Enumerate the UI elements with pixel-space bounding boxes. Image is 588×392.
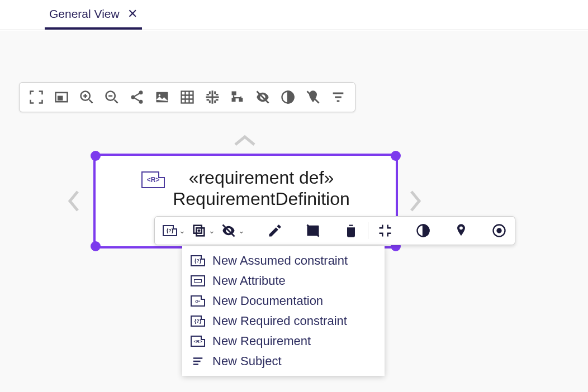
new-child-button[interactable]: {?} ⌄: [163, 225, 186, 236]
menu-item-new-subject[interactable]: New Subject: [182, 351, 385, 371]
documentation-icon: d≡: [190, 295, 206, 307]
svg-point-19: [497, 229, 501, 233]
contrast-button[interactable]: [415, 223, 431, 238]
new-child-icon: {?}: [163, 225, 177, 236]
svg-point-8: [159, 94, 161, 97]
svg-rect-14: [196, 228, 204, 236]
svg-rect-15: [194, 226, 202, 233]
fit-selection-icon[interactable]: [53, 88, 70, 106]
chevron-down-icon: ⌄: [238, 226, 245, 235]
image-off-icon: [305, 223, 321, 238]
arrange-icon[interactable]: [229, 88, 246, 106]
pin-button[interactable]: [453, 223, 469, 238]
chevron-down-icon: ⌄: [179, 226, 186, 235]
svg-rect-9: [182, 92, 193, 103]
subject-icon: [190, 355, 206, 367]
resize-handle-tl[interactable]: [91, 151, 101, 161]
menu-label: New Subject: [212, 354, 282, 369]
filter-icon[interactable]: [329, 88, 347, 106]
snap-icon[interactable]: [203, 88, 221, 106]
edit-icon: [267, 223, 283, 238]
close-icon[interactable]: ✕: [127, 8, 137, 20]
requirement-icon: <R>: [141, 171, 165, 188]
delete-icon: [343, 223, 359, 238]
svg-point-6: [139, 100, 143, 104]
node-label: «requirement def» RequirementDefinition: [173, 167, 350, 210]
contrast-icon: [415, 223, 431, 238]
delete-button[interactable]: [343, 223, 359, 238]
collapse-button[interactable]: [377, 223, 393, 238]
visibility-off-icon[interactable]: [254, 88, 272, 106]
menu-label: New Required constraint: [212, 314, 347, 328]
menu-item-new-documentation[interactable]: d≡ New Documentation: [182, 291, 385, 311]
image-off-button[interactable]: [305, 223, 321, 238]
zoom-out-icon[interactable]: [103, 88, 121, 106]
tab-label: General View: [49, 7, 120, 21]
svg-point-5: [131, 95, 135, 99]
tab-bar: General View ✕: [0, 0, 588, 30]
pin-off-icon[interactable]: [304, 88, 322, 106]
context-toolbar: {?} ⌄ ⌄ ⌄: [154, 216, 515, 245]
resize-handle-tr[interactable]: [391, 151, 401, 161]
image-icon[interactable]: [153, 88, 171, 106]
chevron-right-icon[interactable]: [407, 187, 424, 219]
menu-label: New Documentation: [212, 294, 323, 308]
target-button[interactable]: [491, 223, 507, 238]
svg-rect-1: [58, 97, 62, 100]
attribute-icon: [190, 275, 206, 287]
copy-button[interactable]: ⌄: [191, 223, 215, 238]
share-icon[interactable]: [128, 88, 146, 106]
menu-label: New Attribute: [212, 274, 286, 288]
collapse-icon: [377, 223, 393, 238]
menu-label: New Requirement: [212, 334, 311, 348]
menu-item-new-attribute[interactable]: New Attribute: [182, 271, 385, 291]
zoom-in-icon[interactable]: [78, 88, 96, 106]
new-child-dropdown: {?} New Assumed constraint New Attribute…: [182, 246, 385, 376]
constraint-icon: {?}: [190, 315, 206, 327]
edit-button[interactable]: [267, 223, 283, 238]
svg-point-4: [139, 90, 143, 94]
fit-all-icon[interactable]: [27, 88, 45, 106]
menu-label: New Assumed constraint: [212, 254, 348, 268]
menu-item-new-required-constraint[interactable]: {?} New Required constraint: [182, 311, 385, 331]
menu-item-new-requirement[interactable]: <R> New Requirement: [182, 331, 385, 351]
grid-icon[interactable]: [178, 88, 196, 106]
hide-icon: [221, 223, 236, 238]
main-toolbar: [19, 82, 355, 112]
requirement-icon: <R>: [190, 335, 206, 347]
target-icon: [491, 223, 507, 238]
constraint-icon: {?}: [190, 255, 206, 267]
menu-item-new-assumed-constraint[interactable]: {?} New Assumed constraint: [182, 251, 385, 271]
hide-button[interactable]: ⌄: [221, 223, 245, 238]
chevron-down-icon: ⌄: [208, 226, 215, 235]
svg-rect-10: [232, 92, 236, 95]
chevron-left-icon[interactable]: [65, 187, 82, 219]
contrast-icon[interactable]: [279, 88, 297, 106]
tab-general-view[interactable]: General View ✕: [45, 0, 142, 30]
resize-handle-bl[interactable]: [91, 241, 101, 251]
pin-icon: [453, 223, 469, 238]
chevron-up-icon[interactable]: [231, 126, 259, 154]
copy-icon: [191, 223, 207, 238]
canvas[interactable]: <R> «requirement def» RequirementDefinit…: [0, 31, 588, 392]
